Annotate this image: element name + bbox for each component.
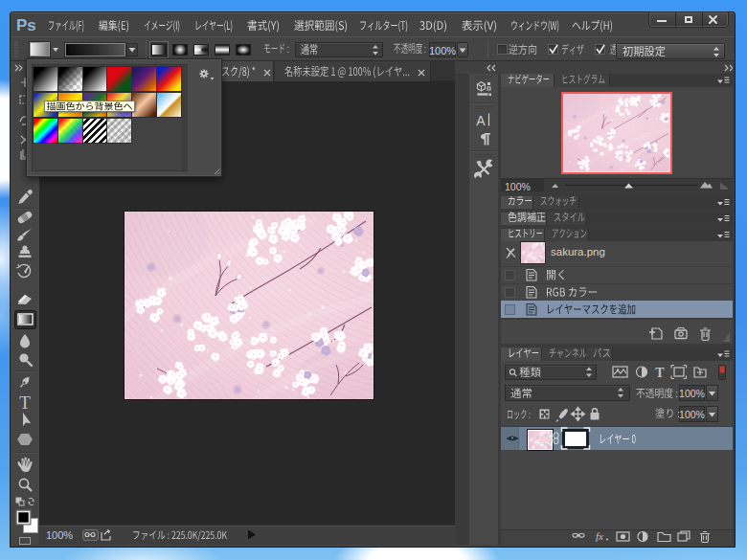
svg-text:T: T <box>655 366 665 380</box>
svg-text:T: T <box>19 392 31 413</box>
svg-text:A: A <box>476 113 486 128</box>
svg-text:fx: fx <box>596 530 603 542</box>
